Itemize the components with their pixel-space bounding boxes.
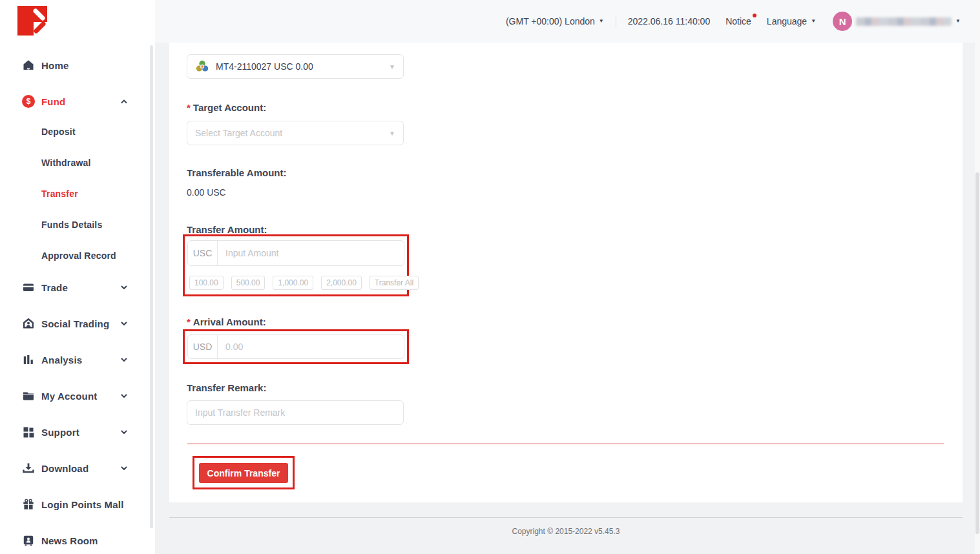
quick-amount-2000-button[interactable]: 2,000.00: [321, 276, 362, 290]
transfer-amount-input-group: USC: [187, 240, 404, 266]
sidebar-item-label: My Account: [41, 391, 97, 402]
sidebar-item-label: News Room: [41, 535, 98, 546]
download-icon: [22, 462, 35, 475]
notice-label: Notice: [725, 16, 751, 26]
chevron-down-icon: ▼: [811, 19, 816, 24]
transfer-remark-label: Transfer Remark:: [187, 382, 266, 393]
sidebar-item-label: Support: [41, 427, 79, 438]
target-account-select[interactable]: Select Target Account ▼: [187, 121, 404, 145]
transfer-amount-annotation-box: USC 100.00 500.00 1,000.00 2,000.00 Tran…: [183, 234, 409, 296]
confirm-transfer-button[interactable]: Confirm Transfer: [199, 463, 288, 483]
user-menu[interactable]: N ▼: [833, 12, 961, 31]
sidebar-item-label: Trade: [41, 282, 68, 293]
quick-amount-1000-button[interactable]: 1,000.00: [273, 276, 313, 290]
brand-logo[interactable]: [17, 6, 47, 36]
datetime-label: 2022.06.16 11:40:00: [628, 16, 710, 26]
chevron-up-icon: [120, 97, 128, 105]
support-grid-icon: [22, 426, 35, 438]
target-account-placeholder: Select Target Account: [195, 128, 282, 138]
timezone-label: (GMT +00:00) London: [506, 16, 595, 26]
page-scrollbar-thumb[interactable]: [975, 172, 979, 534]
page-scrollbar-track: [975, 0, 980, 554]
sidebar-item-label: Home: [41, 60, 68, 71]
sidebar-item-label: Deposit: [41, 127, 76, 137]
sidebar-item-news-room[interactable]: News Room: [0, 531, 150, 550]
chevron-down-icon: ▼: [599, 19, 604, 24]
fund-dollar-icon: $: [22, 95, 35, 108]
sidebar-item-label: Funds Details: [41, 220, 102, 230]
sidebar-item-label: Social Trading: [41, 318, 109, 329]
transfer-remark-input[interactable]: [187, 400, 404, 425]
transfer-page: (GMT +00:00) London ▼ 2022.06.16 11:40:0…: [0, 0, 980, 554]
required-mark: *: [187, 316, 191, 327]
copyright-text: Copyright © 2015-2022 v5.45.3: [169, 527, 963, 536]
timezone-selector[interactable]: (GMT +00:00) London ▼: [506, 16, 604, 26]
news-room-icon: [22, 534, 35, 547]
arrival-currency-label: USD: [188, 335, 218, 358]
sidebar-scrollbar[interactable]: [150, 45, 153, 528]
sidebar-item-trade[interactable]: Trade: [0, 278, 150, 297]
transfer-currency-label: USC: [188, 241, 218, 265]
required-mark: *: [187, 102, 191, 113]
sidebar-item-funds-details[interactable]: Funds Details: [0, 215, 150, 234]
chevron-down-icon: ▼: [955, 19, 961, 24]
trade-icon: [22, 281, 35, 294]
language-selector[interactable]: Language ▼: [767, 16, 816, 26]
top-header: (GMT +00:00) London ▼ 2022.06.16 11:40:0…: [155, 0, 980, 43]
sidebar: Home $ Fund Deposit Withdrawal Transfer …: [0, 0, 155, 554]
sidebar-item-label: Analysis: [41, 354, 82, 365]
section-divider-red: [187, 444, 944, 444]
chevron-down-icon: ▼: [389, 63, 395, 70]
quick-amount-500-button[interactable]: 500.00: [231, 276, 266, 290]
sidebar-item-social-trading[interactable]: Social Trading: [0, 314, 150, 333]
sidebar-item-analysis[interactable]: Analysis: [0, 350, 150, 369]
sidebar-item-deposit[interactable]: Deposit: [0, 122, 150, 141]
transfer-amount-input[interactable]: [218, 241, 404, 265]
analysis-bar-chart-icon: [22, 353, 35, 366]
transfer-form-card: MT4-2110027 USC 0.00 ▼ *Target Account: …: [169, 43, 963, 502]
chevron-down-icon: [120, 428, 128, 436]
sidebar-item-my-account[interactable]: My Account: [0, 386, 150, 405]
sidebar-item-label: Fund: [41, 96, 65, 107]
confirm-annotation-box: Confirm Transfer: [193, 456, 295, 489]
sidebar-item-transfer[interactable]: Transfer: [0, 184, 150, 203]
datetime-display: 2022.06.16 11:40:00: [628, 16, 710, 26]
notice-button[interactable]: Notice: [725, 16, 751, 26]
arrival-amount-annotation-box: USD: [183, 329, 409, 364]
source-account-select[interactable]: MT4-2110027 USC 0.00 ▼: [187, 54, 404, 79]
source-account-value: MT4-2110027 USC 0.00: [216, 61, 313, 72]
quick-amount-100-button[interactable]: 100.00: [189, 276, 224, 290]
target-account-label: *Target Account:: [187, 102, 266, 113]
sidebar-item-fund[interactable]: $ Fund: [0, 92, 150, 111]
social-trading-icon: [22, 317, 35, 330]
mt4-logo-icon: [195, 59, 209, 74]
quick-amounts-row: 100.00 500.00 1,000.00 2,000.00 Transfer…: [189, 276, 419, 290]
sidebar-item-home[interactable]: Home: [0, 56, 150, 75]
sidebar-item-approval-record[interactable]: Approval Record: [0, 246, 150, 265]
sidebar-item-withdrawal[interactable]: Withdrawal: [0, 153, 150, 172]
sidebar-item-download[interactable]: Download: [0, 458, 150, 478]
sidebar-item-support[interactable]: Support: [0, 422, 150, 442]
transferable-amount-value: 0.00 USC: [187, 187, 226, 198]
transfer-all-button[interactable]: Transfer All: [370, 276, 419, 290]
transfer-amount-label: Transfer Amount:: [187, 224, 267, 235]
sidebar-item-label: Login Points Mall: [41, 499, 124, 510]
folder-icon: [22, 389, 35, 402]
arrival-amount-label: *Arrival Amount:: [187, 316, 266, 327]
arrival-amount-input-group: USD: [187, 334, 404, 359]
chevron-down-icon: [120, 356, 128, 364]
gift-icon: [22, 498, 35, 511]
user-name-masked: [856, 17, 952, 26]
chevron-down-icon: [120, 320, 128, 327]
chevron-down-icon: [120, 283, 128, 291]
avatar: N: [833, 12, 852, 31]
sidebar-item-label: Approval Record: [41, 251, 116, 261]
arrival-amount-input[interactable]: [218, 335, 404, 358]
sidebar-item-label: Transfer: [41, 189, 78, 199]
footer-divider: [169, 517, 963, 518]
transferable-amount-label: Transferable Amount:: [187, 167, 286, 178]
sidebar-item-login-points-mall[interactable]: Login Points Mall: [0, 495, 150, 514]
chevron-down-icon: [120, 392, 128, 400]
sidebar-item-label: Withdrawal: [41, 158, 91, 168]
header-divider: [616, 15, 616, 27]
